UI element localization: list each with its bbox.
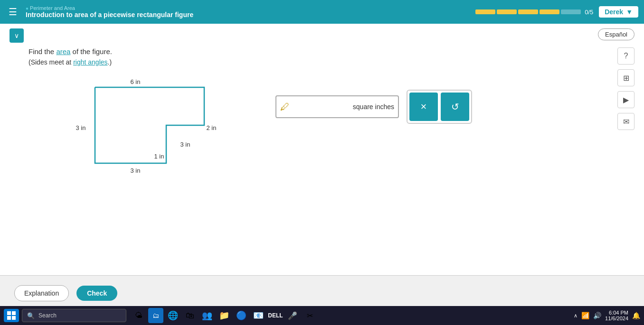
check-button[interactable]: Check bbox=[76, 286, 117, 301]
side-tools: ? ⊞ ▶ ✉ bbox=[617, 47, 635, 130]
undo-button[interactable]: ↺ bbox=[441, 93, 469, 121]
date-display: 11/6/2024 bbox=[605, 316, 628, 321]
question-subtext: (Sides meet at right angles.) bbox=[28, 58, 616, 66]
progress-bar bbox=[475, 9, 581, 14]
progress-seg-4 bbox=[540, 9, 559, 14]
help-button[interactable]: ? bbox=[617, 47, 635, 65]
app-edge[interactable]: 🌐 bbox=[165, 308, 180, 323]
progress-seg-1 bbox=[475, 9, 495, 14]
time-display: 6:04 PM bbox=[605, 310, 628, 316]
app-dell[interactable]: DELL bbox=[268, 308, 283, 323]
app-mic[interactable]: 🎤 bbox=[285, 308, 300, 323]
header-title: Introduction to area of a piecewise rect… bbox=[26, 11, 470, 19]
progress-seg-3 bbox=[518, 9, 538, 14]
question-area: Find the area of the figure. (Sides meet… bbox=[0, 24, 644, 191]
bottom-bar: Explanation Check bbox=[0, 275, 644, 311]
label-middle-vert: 1 in bbox=[154, 153, 164, 160]
app-outlook[interactable]: 📧 bbox=[251, 308, 266, 323]
question-text: Find the area of the figure. bbox=[28, 47, 616, 56]
app-store[interactable]: 🛍 bbox=[182, 308, 198, 323]
espanol-button[interactable]: Español bbox=[598, 28, 635, 40]
header-progress: 0/5 bbox=[475, 9, 593, 16]
cursor-icon: 🖊 bbox=[280, 102, 290, 112]
app-teams[interactable]: 👥 bbox=[199, 308, 215, 323]
shape-svg: 6 in 3 in 2 in 3 in 1 in 3 in bbox=[57, 75, 237, 180]
user-menu[interactable]: Derek ▼ bbox=[599, 6, 638, 18]
taskbar-right: ∧ 📶 🔊 6:04 PM 11/6/2024 🔔 bbox=[574, 310, 640, 321]
answer-input[interactable] bbox=[293, 103, 351, 111]
search-icon: 🔍 bbox=[27, 312, 35, 319]
user-name: Derek bbox=[605, 8, 623, 16]
app-files[interactable]: 📁 bbox=[217, 308, 232, 323]
label-bottom-left: 3 in bbox=[131, 167, 141, 174]
chevron-up-icon[interactable]: ∧ bbox=[574, 313, 578, 319]
taskbar-apps: 🌤 🗂 🌐 🛍 👥 📁 🔵 📧 DELL 🎤 ✂ bbox=[131, 308, 317, 323]
label-left: 3 in bbox=[76, 124, 86, 131]
user-chevron: ▼ bbox=[626, 8, 633, 16]
shape-container: 6 in 3 in 2 in 3 in 1 in 3 in bbox=[57, 75, 237, 182]
svg-rect-2 bbox=[7, 316, 11, 320]
progress-seg-5 bbox=[561, 9, 581, 14]
taskbar: 🔍 Search 🌤 🗂 🌐 🛍 👥 📁 🔵 📧 DELL 🎤 ✂ ∧ 📶 🔊 … bbox=[0, 306, 644, 325]
app-browser[interactable]: 🔵 bbox=[234, 308, 249, 323]
mail-button[interactable]: ✉ bbox=[617, 113, 635, 130]
app-widgets[interactable]: 🌤 bbox=[131, 308, 146, 323]
app-explorer[interactable]: 🗂 bbox=[148, 308, 163, 323]
taskbar-system-icons: ∧ 📶 🔊 bbox=[574, 312, 601, 319]
start-button[interactable] bbox=[4, 309, 19, 322]
svg-rect-3 bbox=[12, 316, 16, 320]
explanation-button[interactable]: Explanation bbox=[14, 285, 69, 301]
taskbar-time[interactable]: 6:04 PM 11/6/2024 bbox=[605, 310, 628, 321]
area-link[interactable]: area bbox=[56, 47, 70, 56]
collapse-icon: ∨ bbox=[14, 32, 19, 39]
taskbar-search[interactable]: 🔍 Search bbox=[22, 309, 126, 322]
clear-button[interactable]: × bbox=[409, 93, 438, 121]
label-right: 2 in bbox=[207, 124, 217, 131]
grid-button[interactable]: ⊞ bbox=[617, 69, 635, 86]
wifi-icon[interactable]: 📶 bbox=[581, 312, 589, 319]
right-angles-link[interactable]: right angles bbox=[73, 58, 107, 66]
svg-rect-1 bbox=[12, 311, 16, 315]
main-content: ∨ Español Find the area of the figure. (… bbox=[0, 24, 644, 275]
app-snip[interactable]: ✂ bbox=[302, 308, 317, 323]
header-subtitle: ● Perimeter and Area bbox=[26, 5, 470, 11]
progress-seg-2 bbox=[497, 9, 517, 14]
label-top: 6 in bbox=[131, 78, 141, 85]
label-middle-horiz: 3 in bbox=[180, 141, 190, 148]
search-label: Search bbox=[38, 312, 57, 319]
progress-score: 0/5 bbox=[585, 9, 593, 16]
shape-outline bbox=[95, 87, 204, 163]
collapse-button[interactable]: ∨ bbox=[9, 28, 24, 43]
unit-label: square inches bbox=[353, 103, 394, 111]
answer-input-wrapper: 🖊 square inches bbox=[275, 95, 399, 118]
volume-icon[interactable]: 🔊 bbox=[593, 312, 601, 319]
menu-icon[interactable]: ☰ bbox=[6, 6, 20, 18]
notification-icon[interactable]: 🔔 bbox=[632, 312, 640, 319]
header-title-area: ● Perimeter and Area Introduction to are… bbox=[26, 5, 470, 19]
action-buttons: × ↺ bbox=[407, 90, 472, 124]
play-button[interactable]: ▶ bbox=[617, 91, 635, 108]
subtitle-text: Perimeter and Area bbox=[30, 5, 75, 11]
svg-rect-0 bbox=[7, 311, 11, 315]
